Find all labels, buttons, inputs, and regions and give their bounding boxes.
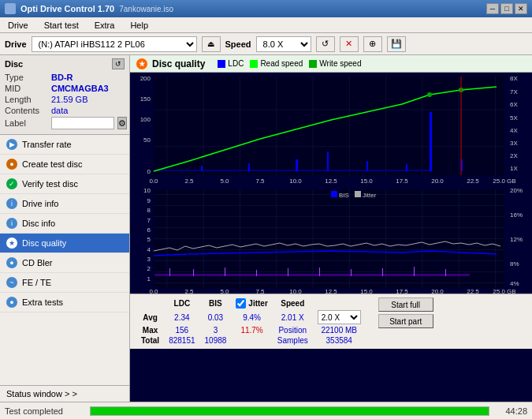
y-right-6x: 6X	[510, 101, 518, 108]
erase-button[interactable]: ✕	[340, 36, 359, 52]
x2-label-10: 10.0	[289, 288, 302, 294]
sidebar-item-extra-tests[interactable]: ● Extra tests	[0, 293, 129, 312]
sidebar-item-drive-info-label: Drive info	[22, 199, 58, 208]
samples-value: 353584	[313, 335, 366, 346]
ldc-spike-5	[366, 161, 368, 171]
bis-header: BIS	[200, 297, 232, 309]
sidebar-item-create-test-disc[interactable]: ● Create test disc	[0, 155, 129, 174]
max-label: Max	[136, 325, 164, 335]
app-subtitle: 7ankowanie.iso	[119, 5, 173, 13]
save-button[interactable]: 💾	[387, 36, 406, 52]
disc-label-label: Label	[5, 118, 48, 128]
j-spike-9	[414, 267, 415, 276]
ldc-legend-color	[218, 60, 225, 68]
verify-test-disc-icon: ✓	[6, 178, 17, 189]
sidebar-item-cd-bler-label: CD Bler	[22, 258, 53, 267]
y-label-0: 0	[147, 168, 151, 175]
y-label-200: 200	[140, 75, 151, 82]
y-right-1x: 1X	[510, 165, 518, 172]
sidebar-item-disc-info[interactable]: i Disc info	[0, 214, 129, 234]
sidebar-item-disc-quality[interactable]: ★ Disc quality	[0, 234, 129, 253]
menu-extra[interactable]: Extra	[90, 19, 120, 32]
x-label-2-5: 2.5	[184, 178, 194, 185]
x-label-12-5: 12.5	[325, 178, 337, 185]
maximize-button[interactable]: □	[500, 3, 513, 14]
y2-label-10: 10	[143, 187, 151, 194]
avg-jitter: 9.4%	[231, 309, 272, 325]
sidebar-item-fe-te[interactable]: ~ FE / TE	[0, 273, 129, 293]
x-label-22-5: 22.5	[467, 178, 479, 185]
sidebar-item-transfer-rate-label: Transfer rate	[22, 140, 72, 149]
sidebar-item-drive-info[interactable]: i Drive info	[0, 194, 129, 214]
sidebar-item-fe-te-label: FE / TE	[22, 278, 51, 287]
sidebar-item-extra-tests-label: Extra tests	[22, 297, 63, 307]
disc-info-icon: i	[6, 218, 17, 229]
eject-button[interactable]: ⏏	[202, 36, 221, 52]
x2-label-7-5: 7.5	[255, 288, 265, 294]
j-spike-6	[319, 267, 320, 276]
y-right-4x: 4X	[510, 127, 518, 134]
y2-label-4: 4	[147, 246, 151, 253]
disc-contents-label: Contents	[5, 106, 48, 115]
drive-bar: Drive (N:) ATAPI iHBS112 2 PL06 ⏏ Speed …	[0, 33, 532, 55]
speed-dropdown[interactable]: 2.0 X	[318, 310, 361, 324]
ldc-spike-big	[430, 112, 432, 171]
disc-label-button[interactable]: ⚙	[117, 117, 127, 129]
progress-bar	[91, 407, 489, 415]
transfer-rate-icon: ▶	[6, 139, 17, 150]
disc-quality-icon: ★	[6, 238, 17, 249]
jitter-spikes-base	[154, 274, 470, 276]
y-right-2x: 2X	[510, 152, 518, 159]
j-spike-1	[169, 268, 170, 276]
disc-refresh-button[interactable]: ↺	[112, 58, 125, 69]
drive-select[interactable]: (N:) ATAPI iHBS112 2 PL06	[32, 36, 197, 52]
jitter-legend-color	[355, 191, 361, 197]
stats-buttons: Start full Start part	[378, 297, 433, 328]
j-spike-7	[351, 269, 352, 276]
x2-label-5: 5.0	[220, 288, 229, 294]
y2-right-12: 12%	[510, 236, 523, 243]
menu-help[interactable]: Help	[125, 19, 153, 32]
disc-section: Disc ↺ Type BD-R MID CMCMAGBA3 Length 21…	[0, 55, 129, 135]
sidebar-item-cd-bler[interactable]: ● CD Bler	[0, 253, 129, 273]
bis-legend-label: BIS	[339, 192, 349, 199]
menu-start-test[interactable]: Start test	[39, 19, 84, 32]
y-right-8x: 8X	[510, 75, 518, 82]
start-full-button[interactable]: Start full	[378, 297, 433, 312]
avg-bis: 0.03	[200, 309, 232, 325]
sidebar-item-disc-info-label: Disc info	[22, 219, 55, 228]
create-test-disc-icon: ●	[6, 159, 17, 170]
status-bar: Test completed 44:28	[0, 402, 532, 419]
max-bis: 3	[200, 325, 232, 335]
j-spike-10	[445, 269, 446, 276]
sidebar-item-verify-test-disc[interactable]: ✓ Verify test disc	[0, 174, 129, 194]
j-spike-5	[288, 268, 288, 276]
sidebar-item-transfer-rate[interactable]: ▶ Transfer rate	[0, 135, 129, 155]
avg-speed: 2.01 X	[273, 309, 313, 325]
j-spike-3	[225, 267, 225, 276]
write-speed-legend-color	[309, 60, 317, 68]
disc-label-input[interactable]	[51, 117, 114, 129]
y2-label-1: 1	[147, 275, 151, 282]
y2-label-2: 2	[147, 265, 151, 272]
status-window-button[interactable]: Status window > >	[0, 385, 129, 402]
refresh-button[interactable]: ↺	[316, 36, 335, 52]
app-icon	[5, 3, 16, 14]
drive-info-icon: i	[6, 198, 17, 209]
total-label: Total	[136, 335, 164, 346]
charts-container: 200 150 100 50 0 8X 7X 6X 5X 4X 3X 2X 1X…	[130, 73, 532, 402]
position-value: 22100 MB	[313, 325, 366, 335]
position-label: Position	[273, 325, 313, 335]
close-button[interactable]: ✕	[515, 3, 527, 14]
speed-select[interactable]: 8.0 X	[256, 36, 311, 52]
max-ldc: 156	[164, 325, 199, 335]
copy-button[interactable]: ⊕	[363, 36, 382, 52]
jitter-checkbox[interactable]	[236, 298, 246, 309]
menu-drive[interactable]: Drive	[3, 19, 33, 32]
start-part-button[interactable]: Start part	[378, 314, 433, 328]
app-title: Opti Drive Control 1.70	[20, 4, 114, 13]
content-area: ★ Disc quality LDC Read speed Write spee…	[130, 55, 532, 402]
y2-right-20: 20%	[510, 187, 523, 194]
x2-label-22-5: 22.5	[467, 288, 479, 294]
minimize-button[interactable]: ─	[486, 3, 499, 14]
